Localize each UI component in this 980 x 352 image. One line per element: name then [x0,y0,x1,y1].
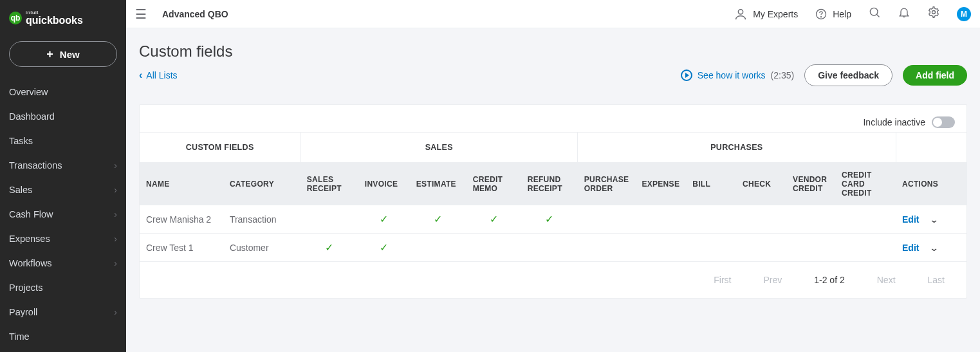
col-expense: EXPENSE [635,163,686,206]
sidebar: qb intuit quickbooks + New OverviewDashb… [0,0,126,352]
cell-invoice: ✓ [358,205,410,234]
all-lists-link[interactable]: ‹ All Lists [139,69,178,81]
how-it-works-link[interactable]: See how it works (2:35) [681,69,794,81]
sidebar-item-label: Dashboard [9,111,55,122]
search-button[interactable] [868,6,881,22]
include-inactive-toggle[interactable] [932,116,955,128]
my-experts-button[interactable]: My Experts [734,7,798,21]
sidebar-item-tasks[interactable]: Tasks [0,129,126,153]
gear-icon [927,6,940,19]
pager-next[interactable]: Next [877,275,896,285]
check-icon: ✓ [434,214,442,225]
notifications-button[interactable] [898,6,911,22]
chevron-right-icon: › [114,234,117,244]
chevron-down-icon[interactable]: ⌄ [930,243,940,253]
play-icon [681,69,692,81]
chevron-right-icon: › [114,307,117,317]
sidebar-item-expenses[interactable]: Expenses› [0,227,126,251]
col-name: NAME [140,163,223,206]
svg-point-3 [870,8,878,15]
video-duration: (2:35) [771,70,795,80]
sidebar-item-label: Tasks [9,136,33,146]
pager-prev[interactable]: Prev [763,275,782,285]
sidebar-item-label: Workflows [9,258,52,268]
sidebar-item-overview[interactable]: Overview [0,80,126,104]
group-sales: SALES [300,133,578,163]
company-name: Advanced QBO [162,9,228,19]
cell-name: Crew Test 1 [140,234,223,262]
new-button-label: New [60,49,80,60]
sidebar-item-time[interactable]: Time [0,324,126,349]
pagination: First Prev 1-2 of 2 Next Last [140,262,966,298]
hamburger-icon[interactable]: ☰ [135,6,147,22]
col-refund-receipt: REFUND RECEIPT [521,163,578,206]
cell-bill [686,205,736,234]
col-credit-card-credit: CREDIT CARD CREDIT [835,163,896,206]
svg-point-2 [821,16,822,17]
sidebar-item-sales[interactable]: Sales› [0,178,126,202]
page-title: Custom fields [139,42,967,60]
cell-credit-memo: ✓ [467,205,521,234]
svg-line-4 [876,14,879,17]
all-lists-label: All Lists [146,70,177,80]
col-estimate: ESTIMATE [410,163,467,206]
sidebar-item-transactions[interactable]: Transactions› [0,153,126,178]
pager-last[interactable]: Last [928,275,945,285]
new-button[interactable]: + New [9,41,117,67]
table-row: Crew Test 1Customer✓✓Edit⌄ [140,234,966,262]
cell-sales-receipt: ✓ [300,234,358,262]
help-button[interactable]: Help [815,8,851,21]
brand-product: quickbooks [26,15,83,26]
sidebar-nav: OverviewDashboardTasksTransactions›Sales… [0,80,126,349]
col-invoice: INVOICE [358,163,410,206]
cell-invoice: ✓ [358,234,410,262]
pager-first[interactable]: First [714,275,731,285]
chevron-right-icon: › [114,209,117,219]
chevron-right-icon: › [114,185,117,195]
cell-name: Crew Manisha 2 [140,205,223,234]
main: ☰ Advanced QBO My Experts Help [126,0,980,352]
sidebar-item-label: Cash Flow [9,209,53,219]
sidebar-item-label: Sales [9,185,32,195]
sidebar-item-projects[interactable]: Projects [0,275,126,300]
sidebar-item-payroll[interactable]: Payroll› [0,300,126,324]
settings-button[interactable] [927,6,940,22]
chevron-down-icon[interactable]: ⌄ [930,214,940,225]
sidebar-item-label: Projects [9,283,42,293]
edit-link[interactable]: Edit [902,214,919,225]
cell-check [736,205,786,234]
brand-logo: qb intuit quickbooks [0,6,126,33]
cell-credit-card-credit [835,205,896,234]
feedback-button[interactable]: Give feedback [804,64,892,86]
custom-fields-card: Include inactive CUSTOM FIELDS SALES [139,104,967,299]
cell-category: Transaction [223,205,300,234]
sidebar-item-cash-flow[interactable]: Cash Flow› [0,202,126,227]
cell-purchase-order [578,234,636,262]
edit-link[interactable]: Edit [902,243,919,253]
cell-actions: Edit⌄ [896,205,966,234]
bell-icon [898,6,911,19]
sidebar-item-dashboard[interactable]: Dashboard [0,104,126,129]
cell-refund-receipt [521,234,578,262]
avatar[interactable]: M [957,7,971,21]
cell-vendor-credit [786,205,835,234]
group-custom-fields: CUSTOM FIELDS [140,133,300,163]
check-icon: ✓ [325,242,333,253]
col-vendor-credit: VENDOR CREDIT [786,163,835,206]
svg-point-0 [739,9,743,14]
cell-refund-receipt: ✓ [521,205,578,234]
cell-expense [635,234,686,262]
col-purchase-order: PURCHASE ORDER [578,163,636,206]
check-icon: ✓ [490,214,498,225]
sidebar-item-label: Payroll [9,307,37,317]
chevron-right-icon: › [114,258,117,268]
group-actions [896,133,966,163]
add-field-button[interactable]: Add field [903,65,967,86]
col-check: CHECK [736,163,786,206]
sidebar-item-workflows[interactable]: Workflows› [0,251,126,275]
col-sales-receipt: SALES RECEIPT [300,163,358,206]
check-icon: ✓ [545,214,553,225]
sidebar-item-label: Overview [9,87,48,97]
search-icon [868,6,881,19]
chevron-left-icon: ‹ [139,69,142,81]
